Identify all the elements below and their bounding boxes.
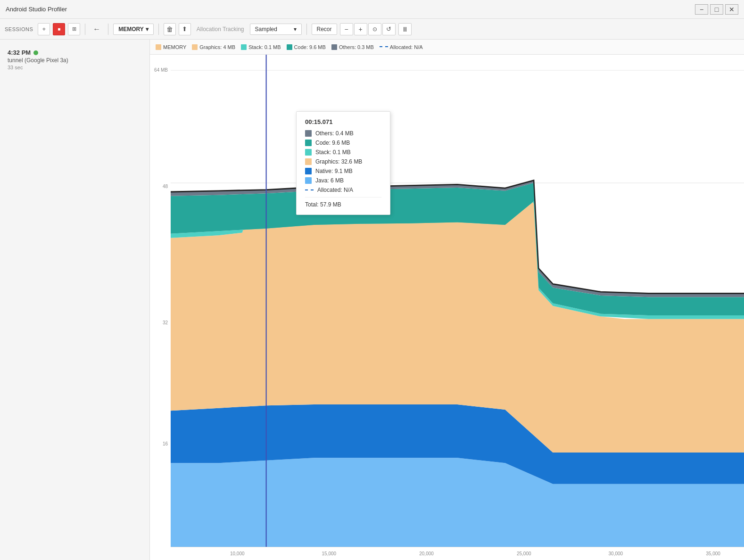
tooltip-others-color <box>305 130 312 137</box>
tooltip-row-code: Code: 9.6 MB <box>305 140 381 146</box>
allocation-tracking-label: Allocation Tracking <box>194 26 247 33</box>
tooltip-native-label: Native: 9.1 MB <box>315 168 353 174</box>
zoom-minus-button[interactable]: − <box>340 23 353 35</box>
legend-graphics: Graphics: 4 MB <box>192 44 235 50</box>
legend-stack-color <box>241 44 247 50</box>
tick-25000: 25,000 <box>517 551 531 556</box>
sidebar: 4:32 PM tunnel (Google Pixel 3a) 33 sec <box>0 40 150 560</box>
maximize-button[interactable]: □ <box>710 4 723 15</box>
minimize-button[interactable]: − <box>695 4 708 15</box>
tooltip-stack-label: Stack: 0.1 MB <box>315 149 351 156</box>
export-button[interactable]: ⬆ <box>179 23 191 35</box>
record-label: Recor <box>317 26 332 33</box>
layout-button[interactable]: ⊞ <box>68 23 80 35</box>
main-layout: 4:32 PM tunnel (Google Pixel 3a) 33 sec … <box>0 40 744 560</box>
close-button[interactable]: ✕ <box>725 4 738 15</box>
zoom-controls: − + ⊙ ↺ <box>340 23 396 35</box>
add-session-button[interactable]: + <box>38 23 50 35</box>
session-time: 4:32 PM <box>8 49 142 56</box>
legend-graphics-label: Graphics: 4 MB <box>199 44 235 50</box>
memory-tooltip: 00:15.071 Others: 0.4 MB Code: 9.6 MB St… <box>296 111 390 215</box>
y-label-32: 32 <box>163 320 168 325</box>
zoom-fit-button[interactable]: ⊙ <box>368 23 381 35</box>
legend-others: Others: 0.3 MB <box>331 44 374 50</box>
legend-allocated-dash <box>380 46 388 48</box>
session-time-text: 4:32 PM <box>8 49 31 56</box>
app-title: Android Studio Profiler <box>6 6 67 13</box>
tooltip-row-allocated: Allocated: N/A <box>305 187 381 193</box>
tick-30000: 30,000 <box>609 551 623 556</box>
tooltip-code-color <box>305 140 312 146</box>
tooltip-row-others: Others: 0.4 MB <box>305 130 381 137</box>
tooltip-row-stack: Stack: 0.1 MB <box>305 149 381 156</box>
memory-dropdown-button[interactable]: MEMORY ▾ <box>113 24 154 35</box>
tooltip-graphics-label: Graphics: 32.6 MB <box>315 158 362 165</box>
y-label-64: 64 MB <box>154 67 168 73</box>
tick-35000: 35,000 <box>706 551 720 556</box>
tooltip-graphics-color <box>305 158 312 165</box>
y-label-16: 16 <box>163 441 168 446</box>
y-label-48: 48 <box>163 183 168 189</box>
legend-others-color <box>331 44 337 50</box>
window-controls: − □ ✕ <box>695 4 738 15</box>
tooltip-allocated-label: Allocated: N/A <box>317 187 353 193</box>
tooltip-time: 00:15.071 <box>305 118 381 125</box>
memory-chevron: ▾ <box>146 26 149 33</box>
tooltip-row-graphics: Graphics: 32.6 MB <box>305 158 381 165</box>
session-active-dot <box>33 50 38 55</box>
y-axis: 64 MB 48 32 16 <box>150 55 171 560</box>
back-button[interactable]: ← <box>90 23 103 36</box>
sampled-chevron: ▾ <box>294 26 297 33</box>
tooltip-stack-color <box>305 149 312 156</box>
toolbar: SESSIONS + ■ ⊞ ← MEMORY ▾ 🗑 ⬆ Allocation… <box>0 19 744 40</box>
toolbar-divider-2 <box>108 24 108 35</box>
legend-code-color <box>287 44 292 50</box>
session-duration: 33 sec <box>8 65 142 70</box>
delete-button[interactable]: 🗑 <box>164 23 176 35</box>
legend-allocated: Allocated: N/A <box>380 44 423 50</box>
legend-stack: Stack: 0.1 MB <box>241 44 281 50</box>
legend-stack-label: Stack: 0.1 MB <box>248 44 281 50</box>
legend-graphics-color <box>192 44 198 50</box>
sampled-dropdown-button[interactable]: Sampled ▾ <box>250 24 302 35</box>
tick-15000: 15,000 <box>322 551 337 556</box>
chart-container[interactable]: 64 MB 48 32 16 <box>150 55 744 560</box>
toolbar-divider-1 <box>85 24 85 35</box>
tooltip-total: Total: 57.9 MB <box>305 197 381 208</box>
record-button[interactable]: Recor <box>312 24 337 35</box>
tooltip-code-label: Code: 9.6 MB <box>315 140 350 146</box>
timeline-bar: 10,000 15,000 20,000 25,000 30,000 35,00… <box>171 547 744 560</box>
tooltip-row-java: Java: 6 MB <box>305 177 381 184</box>
memory-chart-svg <box>171 55 744 547</box>
toolbar-divider-3 <box>158 24 159 35</box>
stop-button[interactable]: ■ <box>53 23 65 35</box>
tooltip-row-native: Native: 9.1 MB <box>305 168 381 174</box>
tooltip-allocated-dash <box>305 189 314 191</box>
pause-button[interactable]: ⏸ <box>398 23 412 35</box>
legend-memory-color <box>156 44 161 50</box>
tick-10000: 10,000 <box>230 551 245 556</box>
session-device: tunnel (Google Pixel 3a) <box>8 57 142 64</box>
chart-area: MEMORY Graphics: 4 MB Stack: 0.1 MB Code… <box>150 40 744 560</box>
tooltip-java-label: Java: 6 MB <box>315 177 344 184</box>
legend-bar: MEMORY Graphics: 4 MB Stack: 0.1 MB Code… <box>150 40 744 55</box>
title-bar: Android Studio Profiler − □ ✕ <box>0 0 744 19</box>
session-item[interactable]: 4:32 PM tunnel (Google Pixel 3a) 33 sec <box>0 44 149 75</box>
toolbar-divider-4 <box>306 24 307 35</box>
legend-code-label: Code: 9.6 MB <box>294 44 326 50</box>
legend-memory-label: MEMORY <box>163 44 186 50</box>
memory-label: MEMORY <box>118 26 144 33</box>
legend-others-label: Others: 0.3 MB <box>339 44 374 50</box>
tooltip-java-color <box>305 177 312 184</box>
tooltip-others-label: Others: 0.4 MB <box>315 130 354 137</box>
legend-allocated-label: Allocated: N/A <box>390 44 423 50</box>
legend-code: Code: 9.6 MB <box>287 44 326 50</box>
sampled-label: Sampled <box>255 26 277 33</box>
zoom-reset-button[interactable]: ↺ <box>382 23 396 35</box>
legend-memory: MEMORY <box>156 44 186 50</box>
tick-20000: 20,000 <box>419 551 434 556</box>
zoom-plus-button[interactable]: + <box>354 23 367 35</box>
tooltip-native-color <box>305 168 312 174</box>
sessions-label: SESSIONS <box>5 26 33 32</box>
